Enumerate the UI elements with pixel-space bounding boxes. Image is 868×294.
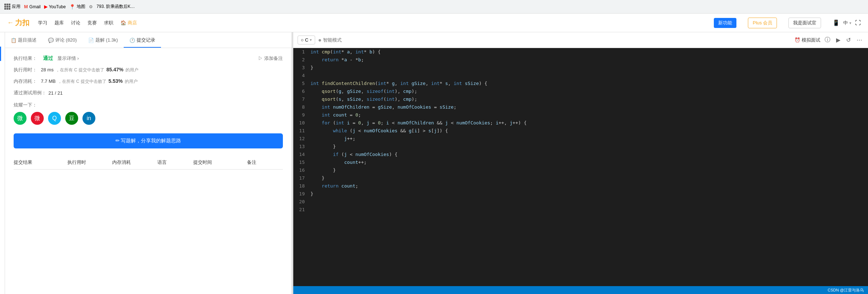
share-douban-button[interactable]: 豆 — [65, 112, 78, 125]
mem-value: 7.7 MB — [41, 79, 56, 84]
plus-member-button[interactable]: Plus 会员 — [748, 18, 777, 28]
reset-button[interactable]: ↺ — [845, 35, 852, 45]
bottom-status-bar: CSDN @江雷与洛乌 — [293, 286, 868, 294]
code-line-13: 13 } — [293, 143, 868, 151]
editor-actions: ⓘ ▶ ↺ ⋯ — [823, 35, 864, 45]
more-button[interactable]: ⋯ — [855, 35, 864, 45]
test-value: 21 / 21 — [48, 90, 63, 96]
description-tab-label: 题目描述 — [18, 37, 37, 43]
code-area[interactable]: 1 int cmp(int* a, int* b) { 2 return *a … — [293, 48, 868, 286]
code-line-14: 14 if (j < numOfCookies) { — [293, 151, 868, 158]
mem-label: 内存消耗： — [14, 78, 39, 85]
solutions-tab-icon: 📄 — [88, 38, 94, 43]
gmail-app[interactable]: M Gmail — [24, 4, 41, 9]
line-num-15: 15 — [293, 158, 310, 166]
new-feature-button[interactable]: 新功能 — [714, 18, 736, 28]
mem-desc: ，在所有 C 提交中击败了 — [58, 79, 106, 85]
nav-qiuzhi[interactable]: 求职 — [104, 20, 113, 26]
left-panel: 📋 题目描述 💬 评论 (820) 📄 题解 (1.3k) 🕐 提交记录 执行结… — [5, 32, 292, 294]
tab-comments[interactable]: 💬 评论 (820) — [42, 33, 82, 48]
code-line-1: 1 int cmp(int* a, int* b) { — [293, 48, 868, 56]
nav-jingsai[interactable]: 竞赛 — [87, 20, 97, 26]
fullscreen-icon[interactable]: ⛶ — [855, 20, 861, 26]
line-num-12: 12 — [293, 135, 310, 143]
line-num-5: 5 — [293, 80, 310, 87]
show-detail-link[interactable]: 显示详情 › — [57, 55, 79, 62]
code-line-3: 3 } — [293, 64, 868, 72]
line-num-9: 9 — [293, 111, 310, 119]
line-code-9: int count = 0; — [310, 111, 361, 119]
bottom-text: CSDN @江雷与洛乌 — [828, 288, 864, 293]
write-solution-button[interactable]: ✏ 写题解，分享我的解题思路 — [14, 133, 283, 148]
nav-tiku[interactable]: 题库 — [54, 20, 64, 26]
line-num-3: 3 — [293, 64, 310, 72]
line-code-13: } — [310, 143, 336, 151]
code-line-6: 6 qsort(g, gSize, sizeof(int), cmp); — [293, 87, 868, 95]
logo[interactable]: ← 力扣 — [7, 18, 29, 28]
tab-description[interactable]: 📋 题目描述 — [5, 33, 42, 48]
apps-grid-button[interactable]: 应用 — [4, 4, 20, 10]
info-button[interactable]: ⓘ — [823, 35, 832, 45]
line-code-10: for (int i = 0, j = 0; i < numOfChildren… — [310, 119, 527, 127]
line-code-16: } — [310, 166, 336, 174]
code-line-4: 4 — [293, 72, 868, 80]
share-weibo-button[interactable]: 微 — [31, 112, 44, 125]
lang-label: C — [305, 37, 308, 43]
browser-bar: 应用 M Gmail ▶ YouTube 📍 地图 ⚙ 793. 阶乘函数后K… — [0, 0, 868, 14]
show-off-label: 炫耀一下： — [14, 102, 283, 108]
nav-taolun[interactable]: 讨论 — [71, 20, 80, 26]
tab-solutions[interactable]: 📄 题解 (1.3k) — [82, 33, 124, 48]
youtube-app[interactable]: ▶ YouTube — [44, 4, 66, 9]
description-tab-icon: 📋 — [11, 38, 16, 43]
dev-tools-app[interactable]: ⚙ — [89, 4, 93, 9]
code-line-8: 8 int numOfChildren = gSize, numOfCookie… — [293, 103, 868, 111]
youtube-icon: ▶ — [44, 4, 47, 9]
code-line-10: 10 for (int i = 0, j = 0; i < numOfChild… — [293, 119, 868, 127]
test-label: 通过测试用例： — [14, 90, 46, 96]
share-wechat-button[interactable]: 微 — [14, 112, 27, 125]
share-qq-button[interactable]: Q — [48, 112, 61, 125]
line-num-16: 16 — [293, 166, 310, 174]
result-status: 通过 — [43, 55, 53, 62]
line-code-5: int findContentChildren(int* g, int gSiz… — [310, 80, 487, 87]
apps-label: 应用 — [12, 4, 20, 10]
maps-app[interactable]: 📍 地图 — [69, 4, 85, 10]
gmail-label: Gmail — [29, 4, 41, 9]
code-line-11: 11 while (j < numOfCookies && g[i] > s[j… — [293, 127, 868, 135]
line-num-2: 2 — [293, 56, 310, 64]
mem-extra: 的用户 — [125, 79, 138, 85]
code-line-18: 18 return count; — [293, 182, 868, 190]
code-line-15: 15 count++; — [293, 158, 868, 166]
mobile-icon[interactable]: 📱 — [833, 19, 840, 26]
share-linkedin-button[interactable]: in — [82, 112, 95, 125]
submissions-tab-icon: 🕐 — [129, 38, 135, 43]
code-editor-panel: ○ C ▾ ● 智能模式 ⏰ 模拟面试 ⓘ ▶ ↺ ⋯ 1 — [293, 32, 868, 294]
mock-interview-button[interactable]: ⏰ 模拟面试 — [795, 37, 820, 43]
th-result: 提交结果 — [14, 159, 67, 166]
nav-right-icons: 📱 中 ▾ ⛶ — [833, 19, 861, 26]
tab-label-leetcode[interactable]: 793. 阶乘函数后K… — [96, 4, 135, 10]
nav-xuexi[interactable]: 学习 — [38, 20, 47, 26]
time-pct: 85.47% — [106, 67, 123, 72]
code-line-7: 7 qsort(s, sSize, sizeof(int), cmp); — [293, 95, 868, 103]
editor-toolbar: ○ C ▾ ● 智能模式 ⏰ 模拟面试 ⓘ ▶ ↺ ⋯ — [293, 32, 868, 48]
line-code-18: return count; — [310, 182, 358, 190]
panel-tabs: 📋 题目描述 💬 评论 (820) 📄 题解 (1.3k) 🕐 提交记录 — [5, 32, 291, 48]
run-button[interactable]: ▶ — [835, 35, 842, 45]
line-code-7: qsort(s, sSize, sizeof(int), cmp); — [310, 95, 417, 103]
logo-icon: ← — [7, 19, 14, 27]
nav-links: 学习 题库 讨论 竞赛 求职 🏠 商店 — [38, 20, 137, 26]
tab-title: 793. 阶乘函数后K… — [96, 4, 135, 10]
lang-selector[interactable]: 中 ▾ — [843, 20, 852, 26]
tab-submissions[interactable]: 🕐 提交记录 — [124, 33, 161, 48]
nav-shop[interactable]: 🏠 商店 — [120, 20, 137, 26]
share-icons: 微 微 Q 豆 in — [14, 112, 283, 125]
language-selector[interactable]: ○ C ▾ — [298, 35, 315, 44]
code-line-9: 9 int count = 0; — [293, 111, 868, 119]
smart-mode-toggle[interactable]: ● 智能模式 — [318, 37, 342, 43]
line-code-2: return *a - *b; — [310, 56, 364, 64]
time-row: 执行用时： 28 ms ，在所有 C 提交中击败了 85.47% 的用户 — [14, 67, 283, 73]
line-num-4: 4 — [293, 72, 310, 80]
add-note-button[interactable]: ▷ 添加备注 — [258, 55, 283, 62]
interviewer-button[interactable]: 我是面试官 — [788, 18, 821, 28]
